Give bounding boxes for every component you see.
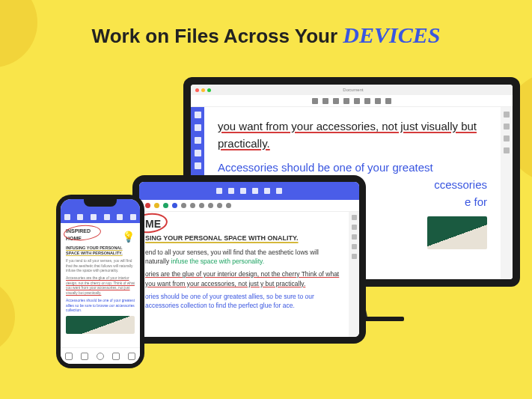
tool-icon[interactable] [226,203,231,208]
sidebar-icon[interactable] [195,137,201,144]
doc-paragraph-underlined: Accessories are the glue of your interio… [66,276,135,296]
tool-icon[interactable] [343,98,349,104]
tool-icon[interactable] [354,98,360,104]
more-icon[interactable] [130,214,136,220]
tool-icon[interactable] [276,188,282,194]
sidebar-icon[interactable] [504,147,510,153]
tool-icon[interactable] [252,188,258,194]
doc-subheading: SING YOUR PERSONAL SPACE WITH ONALITY. [145,234,341,244]
tool-icon[interactable] [333,98,339,104]
nav-icon[interactable] [112,353,120,360]
tool-icon[interactable] [117,214,123,220]
phone-bottom-nav [61,347,140,364]
tool-icon[interactable] [91,214,97,220]
tool-icon[interactable] [77,214,83,220]
sidebar-icon[interactable] [352,244,357,249]
right-sidebar [501,107,513,279]
doc-line-highlight: Accessories should be one of your greate… [218,159,487,176]
annotation-toolbar [139,200,359,212]
nav-icon[interactable] [128,353,135,360]
doc-paragraph-highlight: Accessories should be one of your greate… [66,299,135,314]
tablet-sidebar [349,212,359,337]
headline-accent: DEVICES [343,22,440,47]
tool-icon[interactable] [240,188,246,194]
sidebar-icon[interactable] [352,215,357,220]
tool-icon[interactable] [217,203,222,208]
doc-paragraph-highlight: ories should be one of your greatest all… [145,292,341,311]
headline-main: Work on Files Across Your [92,25,343,47]
sidebar-icon[interactable] [352,225,357,230]
doc-paragraph-underlined: ories are the glue of your interior desi… [145,269,341,289]
nav-icon[interactable] [65,353,73,360]
tablet-toolbar [139,182,359,200]
phone-device: 💡 INSPIRED HOME INFUSING YOUR PERSONAL S… [56,195,144,368]
toolbar [191,95,513,107]
sidebar-icon[interactable] [504,112,510,118]
close-icon[interactable] [195,88,199,92]
color-yellow-icon[interactable] [154,203,159,208]
maximize-icon[interactable] [207,88,211,92]
nav-home-icon[interactable] [97,353,104,360]
back-icon[interactable] [64,214,70,220]
tool-icon[interactable] [312,98,318,104]
sidebar-icon[interactable] [195,150,201,156]
window-titlebar: Document [191,85,513,95]
tool-icon[interactable] [264,188,270,194]
doc-subheading: INFUSING YOUR PERSONAL SPACE WITH PERSON… [66,246,135,257]
tool-icon[interactable] [322,98,328,104]
tool-icon[interactable] [385,98,391,104]
doc-heading: ME [145,216,161,232]
minimize-icon[interactable] [201,88,205,92]
doc-image [427,216,487,249]
tool-icon[interactable] [199,203,204,208]
tablet-app: ME SING YOUR PERSONAL SPACE WITH ONALITY… [139,182,359,337]
doc-paragraph: end to all your senses, you will find th… [145,248,341,267]
color-blue-icon[interactable] [172,203,177,208]
tool-icon[interactable] [228,188,234,194]
headline: Work on Files Across Your DEVICES [0,22,532,48]
nav-icon[interactable] [81,353,88,360]
color-red-icon[interactable] [145,203,150,208]
phone-app: 💡 INSPIRED HOME INFUSING YOUR PERSONAL S… [61,199,140,364]
sidebar-icon[interactable] [195,162,201,169]
window-title: Document [213,88,508,92]
doc-heading: INSPIRED HOME [66,227,91,243]
lightbulb-icon: 💡 [122,231,134,243]
doc-image [66,316,135,334]
tool-icon[interactable] [364,98,370,104]
sidebar-icon[interactable] [504,135,510,141]
tool-icon[interactable] [375,98,381,104]
color-green-icon[interactable] [163,203,168,208]
tool-icon[interactable] [104,214,110,220]
tool-icon[interactable] [216,188,222,194]
sidebar-icon[interactable] [352,234,357,240]
sidebar-icon[interactable] [352,254,357,259]
tool-icon[interactable] [208,203,213,208]
sidebar-icon[interactable] [504,124,510,130]
bg-ring-left [0,279,15,354]
doc-paragraph: If you tend to all your senses, you will… [66,259,135,274]
sidebar-icon[interactable] [195,124,201,131]
tool-icon[interactable] [190,203,195,208]
sidebar-icon[interactable] [195,112,201,118]
tablet-device: ME SING YOUR PERSONAL SPACE WITH ONALITY… [132,175,366,344]
phone-notch [84,199,117,207]
tablet-document: ME SING YOUR PERSONAL SPACE WITH ONALITY… [139,212,349,337]
doc-line-underlined: you want from your accessories, not just… [218,118,487,153]
tool-icon[interactable] [181,203,186,208]
